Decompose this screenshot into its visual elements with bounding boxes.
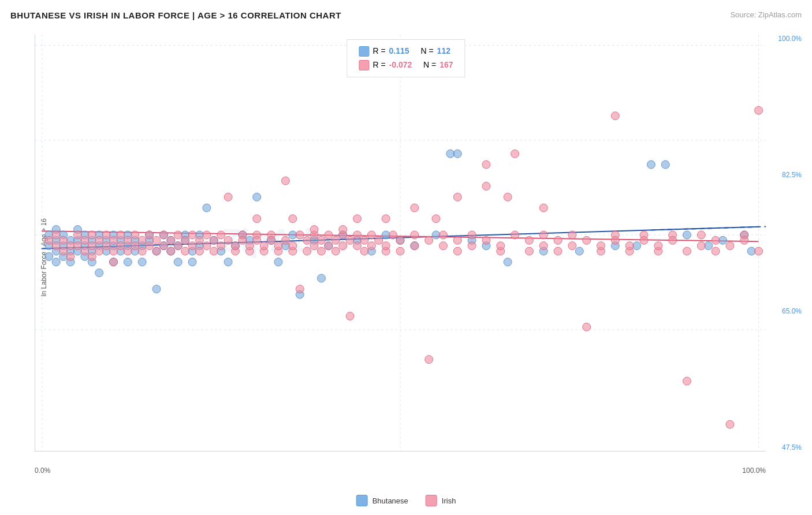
- chart-title: BHUTANESE VS IRISH IN LABOR FORCE | AGE …: [10, 10, 341, 20]
- blue-n-val: 112: [437, 44, 450, 58]
- legend-irish: Irish: [426, 495, 456, 506]
- pink-n-val: 167: [439, 58, 453, 72]
- blue-stat-row: R = 0.115 N = 112: [359, 44, 453, 58]
- y-label-47: 47.5%: [782, 443, 802, 451]
- chart-legend: Bhutanese Irish: [356, 495, 456, 506]
- y-label-82: 82.5%: [782, 171, 802, 179]
- scatter-chart: [35, 35, 766, 451]
- pink-r-val: -0.072: [389, 58, 412, 72]
- pink-r-label: R =: [373, 58, 385, 72]
- blue-r-val: 0.115: [389, 44, 409, 58]
- blue-stat-box: [359, 46, 369, 57]
- legend-stats: R = 0.115 N = 112 R = -0.072 N = 167: [347, 39, 465, 77]
- blue-n-label: N =: [420, 44, 433, 58]
- x-label-100: 100.0%: [742, 467, 766, 475]
- y-axis-labels: 100.0% 82.5% 65.0% 47.5%: [778, 35, 802, 451]
- x-label-0: 0.0%: [35, 467, 50, 475]
- legend-bhutanese: Bhutanese: [356, 495, 408, 506]
- pink-stat-box: [359, 60, 369, 70]
- pink-n-label: N =: [423, 58, 436, 72]
- legend-blue-box: [356, 495, 368, 506]
- legend-irish-label: Irish: [442, 497, 456, 505]
- legend-bhutanese-label: Bhutanese: [373, 497, 408, 505]
- pink-stat-row: R = -0.072 N = 167: [359, 58, 453, 72]
- y-label-100: 100.0%: [778, 35, 802, 43]
- x-axis-labels: 0.0% 100.0%: [35, 467, 766, 475]
- source-label: Source: ZipAtlas.com: [730, 10, 802, 19]
- y-label-65: 65.0%: [782, 307, 802, 315]
- legend-pink-box: [426, 495, 437, 506]
- chart-container: BHUTANESE VS IRISH IN LABOR FORCE | AGE …: [0, 0, 812, 515]
- blue-r-label: R =: [373, 44, 385, 58]
